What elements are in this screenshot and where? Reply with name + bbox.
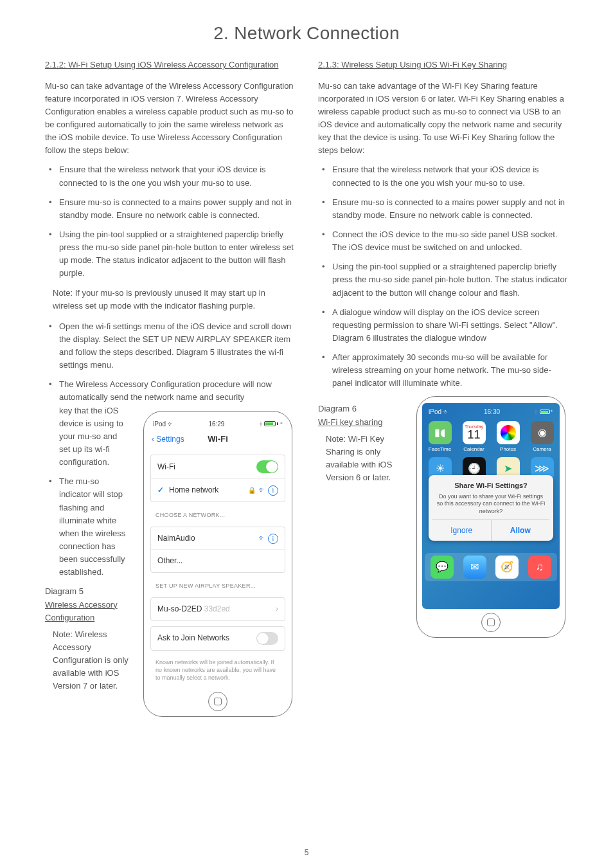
left-bullet: Open the wi-fi settings menu of the iOS … (45, 320, 295, 372)
ask-join-toggle[interactable] (256, 632, 278, 645)
right-bullet: After approximately 30 seconds mu-so wil… (318, 351, 568, 390)
wifi-icon: ᯤ (168, 419, 174, 429)
lock-icon: 🔒 (248, 487, 256, 494)
home-button[interactable] (481, 613, 501, 632)
app-label: Calendar (463, 446, 484, 453)
diagram5-subtitle: Wireless Accessory Configuration (45, 599, 130, 624)
right-intro: Mu-so can take advantage of the Wi-Fi Ke… (318, 80, 568, 158)
section-choose-network: CHOOSE A NETWORK... (149, 507, 287, 521)
ask-join-label: Ask to Join Networks (157, 632, 229, 644)
info-icon[interactable]: i (268, 485, 278, 496)
status-time: 16:29 (208, 419, 224, 429)
nav-title: Wi-Fi (208, 433, 228, 446)
left-column: 2.1.2: Wi-Fi Setup Using iOS Wireless Ac… (45, 59, 295, 717)
left-bullet: Ensure mu-so is connected to a mains pow… (45, 196, 295, 222)
diagram5-note: Note: Wireless Accessory Configuration i… (45, 628, 130, 693)
right-bullet: Ensure mu-so is connected to a mains pow… (318, 196, 568, 222)
wifi-signal-icon: ᯤ (258, 485, 266, 494)
status-carrier: iPod ᯤ (429, 407, 450, 417)
left-bullet: The mu-so indicator will stop flashing a… (45, 475, 130, 579)
bluetooth-icon: ᚼ (534, 408, 538, 415)
battery-icon: ᚼ⁺ (259, 419, 283, 429)
app-label: Photos (500, 446, 516, 453)
bluetooth-icon: ᚼ (259, 419, 263, 429)
right-column: 2.1.3: Wireless Setup Using iOS Wi-Fi Ke… (318, 59, 568, 717)
wifi-toggle-label: Wi-Fi (157, 461, 175, 473)
section-airplay-speaker: SET UP NEW AIRPLAY SPEAKER... (149, 578, 287, 592)
wifi-signal-icon: ᯤ (258, 534, 266, 543)
safari-app-icon[interactable]: 🧭 (495, 556, 519, 579)
status-time: 16:30 (484, 407, 500, 417)
share-wifi-dialog: Share Wi-Fi Settings? Do you want to sha… (429, 475, 553, 541)
diagram6-note: Note: Wi-Fi Key Sharing is only availabl… (318, 433, 403, 485)
facetime-app-icon[interactable]: ▮◖ (429, 421, 452, 444)
messages-app-icon[interactable]: 💬 (431, 556, 454, 579)
app-label: Camera (533, 446, 551, 453)
home-button[interactable] (208, 692, 227, 711)
ios-homescreen-mock: iPod ᯤ 16:30 ᚼ ⁺ ▮◖FaceTime Thursday11Ca… (416, 396, 565, 638)
right-bullet: A dialogue window will display on the iO… (318, 306, 568, 345)
chevron-right-icon: › (276, 603, 278, 615)
connected-network[interactable]: Home network (169, 484, 218, 496)
left-bullet: Ensure that the wireless network that yo… (45, 163, 295, 189)
left-intro: Mu-so can take advantage of the Wireless… (45, 80, 295, 158)
dialog-title: Share Wi-Fi Settings? (432, 480, 549, 491)
left-subheading: 2.1.2: Wi-Fi Setup Using iOS Wireless Ac… (45, 59, 295, 71)
dialog-body: Do you want to share your Wi-Fi settings… (432, 493, 549, 516)
diagram6-subtitle: Wi-Fi key sharing (318, 416, 403, 429)
airplay-speaker-row[interactable]: Mu-so-D2ED 33d2ed (157, 603, 230, 615)
battery-icon: ᚼ ⁺ (534, 407, 553, 417)
camera-app-icon[interactable]: ◉ (531, 421, 554, 444)
right-bullet: Connect the iOS device to the mu-so side… (318, 228, 568, 254)
page-number: 5 (0, 847, 613, 859)
ios-wifi-settings-mock: iPod ᯤ 16:29 ᚼ⁺ ‹ Settings Wi-Fi Wi-Fi (143, 411, 292, 717)
right-subheading: 2.1.3: Wireless Setup Using iOS Wi-Fi Ke… (318, 59, 568, 71)
dialog-ignore-button[interactable]: Ignore (432, 520, 492, 541)
network-other[interactable]: Other... (157, 555, 182, 567)
mail-app-icon[interactable]: ✉ (463, 556, 486, 579)
wifi-toggle[interactable] (256, 460, 278, 473)
dialog-allow-button[interactable]: Allow (492, 520, 550, 541)
wifi-icon: ᯤ (443, 408, 450, 415)
check-icon: ✓ (157, 484, 164, 496)
nav-back[interactable]: ‹ Settings (152, 433, 184, 446)
info-icon[interactable]: i (268, 534, 278, 544)
music-app-icon[interactable]: ♫ (528, 556, 551, 579)
app-label: FaceTime (429, 446, 451, 453)
diagram6-title: Diagram 6 (318, 402, 403, 415)
diagram5-title: Diagram 5 (45, 585, 130, 598)
calendar-app-icon[interactable]: Thursday11 (463, 421, 486, 444)
left-bullet-partial: The Wireless Accessory Configuration pro… (45, 378, 295, 404)
photos-app-icon[interactable] (497, 421, 520, 444)
network-row[interactable]: NaimAudio (157, 532, 195, 545)
right-bullet: Using the pin-tool supplied or a straigh… (318, 260, 568, 299)
left-note: Note: If your mu-so is previously unused… (53, 287, 295, 312)
left-bullet: Using the pin-tool supplied or a straigh… (45, 228, 295, 280)
status-carrier: iPod ᯤ (153, 419, 174, 429)
page-title: 2. Network Connection (45, 19, 568, 47)
right-bullet: Ensure that the wireless network that yo… (318, 163, 568, 189)
wifi-footer-note: Known networks will be joined automatica… (149, 656, 287, 688)
left-bullet-cont: key that the iOS device is using to your… (59, 404, 130, 469)
